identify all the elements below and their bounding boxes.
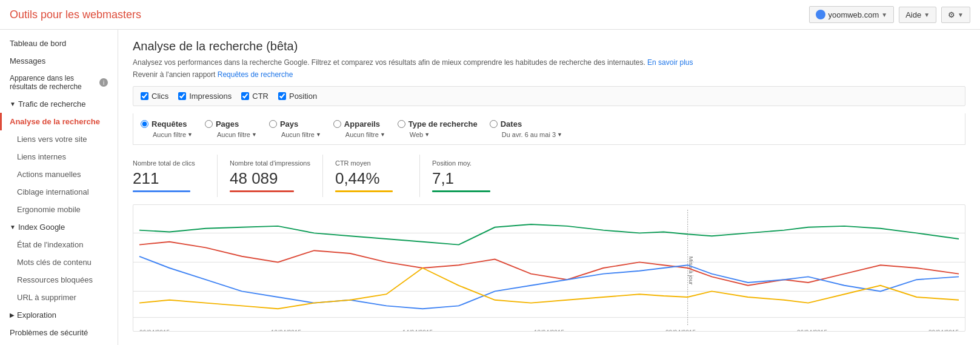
filter-bar: Clics Impressions CTR Position bbox=[133, 86, 965, 106]
chevron-down-icon: ▼ bbox=[10, 224, 16, 230]
dim-requetes: Requêtes Aucun filtre ▼ bbox=[141, 119, 193, 138]
radio-dates[interactable]: Dates bbox=[490, 119, 562, 129]
content-area: Analyse de la recherche (bêta) Analysez … bbox=[118, 30, 980, 345]
dim-appareils: Appareils Aucun filtre ▼ bbox=[333, 119, 385, 138]
chevron-down-icon: ▼ bbox=[557, 132, 562, 138]
ctr-underline bbox=[335, 190, 393, 192]
requetes-link[interactable]: Requêtes de recherche bbox=[218, 70, 293, 79]
sidebar-item-ressources-bloquees[interactable]: Ressources bloquées bbox=[0, 271, 118, 289]
chevron-down-icon: ▼ bbox=[424, 132, 430, 138]
settings-button[interactable]: ⚙ ▼ bbox=[941, 7, 970, 23]
chevron-down-icon: ▼ bbox=[252, 132, 257, 138]
sidebar-item-messages[interactable]: Messages bbox=[0, 52, 118, 70]
type-recherche-label: Type de recherche bbox=[408, 119, 478, 129]
back-link-row: Revenir à l'ancien rapport Requêtes de r… bbox=[133, 70, 965, 79]
stat-position: Position moy. 7,1 bbox=[432, 155, 517, 197]
sidebar-item-autres[interactable]: Autres ressources bbox=[0, 341, 118, 345]
impressions-underline bbox=[230, 190, 294, 192]
help-label: Aide bbox=[905, 10, 921, 19]
sidebar-item-ergonomie[interactable]: Ergonomie mobile bbox=[0, 201, 118, 218]
requetes-filter[interactable]: Aucun filtre ▼ bbox=[141, 131, 193, 138]
app-title: Outils pour les webmasters bbox=[10, 8, 141, 21]
dates-radio[interactable] bbox=[490, 120, 498, 128]
sidebar-item-tableau-de-bord[interactable]: Tableau de bord bbox=[0, 35, 118, 52]
stat-ctr-value: 0,44% bbox=[335, 169, 407, 188]
sidebar-item-securite[interactable]: Problèmes de sécurité bbox=[0, 324, 118, 341]
stat-clics-value: 211 bbox=[133, 169, 205, 188]
sidebar-item-url-supprimer[interactable]: URL à supprimer bbox=[0, 289, 118, 306]
gear-icon: ⚙ bbox=[948, 10, 955, 19]
stat-impressions-value: 48 089 bbox=[230, 169, 310, 188]
requetes-radio[interactable] bbox=[141, 120, 148, 128]
pages-filter[interactable]: Aucun filtre ▼ bbox=[205, 131, 257, 138]
type-recherche-radio[interactable] bbox=[398, 120, 405, 128]
sidebar-section-index[interactable]: ▼ Index Google bbox=[0, 218, 118, 236]
stat-position-label: Position moy. bbox=[432, 159, 505, 167]
sidebar-item-liens-site[interactable]: Liens vers votre site bbox=[0, 130, 118, 148]
chart-area: Mise à jour 06/04/2015 10/04/2015 14/04/… bbox=[133, 204, 965, 332]
svg-text:Mise à jour: Mise à jour bbox=[688, 256, 695, 286]
clics-underline bbox=[133, 190, 190, 192]
x-label-6: 26/04/2015 bbox=[797, 329, 827, 332]
sidebar-section-trafic[interactable]: ▼ Trafic de recherche bbox=[0, 95, 118, 113]
ctr-checkbox[interactable] bbox=[241, 92, 249, 100]
radio-type-recherche[interactable]: Type de recherche bbox=[398, 119, 478, 129]
x-label-3: 14/04/2015 bbox=[402, 329, 433, 332]
sidebar-item-mots-cles[interactable]: Mots clés de contenu bbox=[0, 253, 118, 271]
pays-label: Pays bbox=[280, 119, 298, 129]
sidebar-item-ciblage[interactable]: Ciblage international bbox=[0, 183, 118, 201]
sidebar-section-exploration[interactable]: ▶ Exploration bbox=[0, 306, 118, 324]
appareils-label: Appareils bbox=[344, 119, 380, 129]
site-name: yoomweb.com bbox=[828, 10, 879, 19]
chevron-down-icon: ▼ bbox=[924, 12, 930, 18]
sidebar-item-liens-internes[interactable]: Liens internes bbox=[0, 148, 118, 166]
type-recherche-filter[interactable]: Web ▼ bbox=[398, 131, 478, 138]
appareils-radio[interactable] bbox=[333, 120, 341, 128]
sidebar-item-apparence[interactable]: Apparence dans les résultats de recherch… bbox=[0, 70, 118, 95]
filter-impressions[interactable]: Impressions bbox=[178, 92, 232, 101]
clics-checkbox[interactable] bbox=[141, 92, 148, 100]
ctr-label: CTR bbox=[252, 92, 268, 101]
pays-radio[interactable] bbox=[269, 120, 277, 128]
help-button[interactable]: Aide ▼ bbox=[899, 7, 936, 23]
sidebar-item-etat-indexation[interactable]: État de l'indexation bbox=[0, 236, 118, 253]
sidebar-item-analyse[interactable]: Analyse de la recherche bbox=[0, 113, 118, 130]
dates-filter[interactable]: Du avr. 6 au mai 3 ▼ bbox=[490, 131, 562, 138]
position-checkbox[interactable] bbox=[278, 92, 286, 100]
radio-pays[interactable]: Pays bbox=[269, 119, 321, 129]
position-underline bbox=[432, 190, 490, 192]
impressions-checkbox[interactable] bbox=[178, 92, 186, 100]
x-label-5: 22/04/2015 bbox=[665, 329, 696, 332]
stat-clics-label: Nombre total de clics bbox=[133, 159, 205, 167]
filter-ctr[interactable]: CTR bbox=[241, 92, 268, 101]
dimension-bar: Requêtes Aucun filtre ▼ Pages Aucun filt… bbox=[133, 113, 965, 145]
clics-label: Clics bbox=[152, 92, 168, 101]
radio-pages[interactable]: Pages bbox=[205, 119, 257, 129]
pays-filter[interactable]: Aucun filtre ▼ bbox=[269, 131, 321, 138]
dates-label: Dates bbox=[501, 119, 522, 129]
filter-position[interactable]: Position bbox=[278, 92, 317, 101]
radio-requetes[interactable]: Requêtes bbox=[141, 119, 193, 129]
stat-impressions-label: Nombre total d'impressions bbox=[230, 159, 310, 167]
site-selector[interactable]: yoomweb.com ▼ bbox=[809, 6, 894, 23]
sidebar-item-actions-manuelles[interactable]: Actions manuelles bbox=[0, 166, 118, 183]
learn-more-link[interactable]: En savoir plus bbox=[647, 58, 693, 67]
x-label-1: 06/04/2015 bbox=[139, 329, 170, 332]
pages-radio[interactable] bbox=[205, 120, 213, 128]
globe-icon bbox=[816, 10, 825, 19]
pages-label: Pages bbox=[216, 119, 239, 129]
x-label-2: 10/04/2015 bbox=[271, 329, 301, 332]
header: Outils pour les webmasters yoomweb.com ▼… bbox=[0, 0, 980, 30]
info-icon[interactable]: i bbox=[99, 78, 108, 87]
appareils-filter[interactable]: Aucun filtre ▼ bbox=[333, 131, 385, 138]
x-label-7: 30/04/2015 bbox=[928, 329, 959, 332]
chevron-down-icon: ▼ bbox=[380, 132, 385, 138]
main-layout: Tableau de bord Messages Apparence dans … bbox=[0, 30, 980, 345]
filter-clics[interactable]: Clics bbox=[141, 92, 168, 101]
x-label-4: 18/04/2015 bbox=[534, 329, 564, 332]
dim-pages: Pages Aucun filtre ▼ bbox=[205, 119, 257, 138]
page-title: Analyse de la recherche (bêta) bbox=[133, 39, 965, 53]
radio-appareils[interactable]: Appareils bbox=[333, 119, 385, 129]
chevron-down-icon: ▼ bbox=[958, 12, 964, 18]
chevron-down-icon: ▼ bbox=[10, 101, 16, 107]
